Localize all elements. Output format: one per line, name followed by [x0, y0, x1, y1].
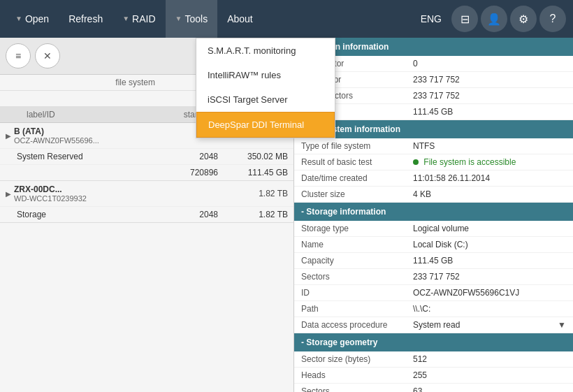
partition-row-2a[interactable]: Storage 2048 1.82 TB [0, 206, 293, 222]
language-selector[interactable]: ENG [412, 13, 450, 24]
gear-icon: ⚙ [518, 13, 528, 26]
storage-info-row-2: Capacity 111.45 GB [294, 253, 573, 269]
close-icon: ✕ [43, 50, 52, 61]
right-panel: - Partition information Start sector 0 E… [293, 38, 573, 392]
dropdown-arrow-icon: ▼ [558, 320, 566, 330]
partition-info-row-3: Capacity 111.45 GB [294, 104, 573, 120]
storage-info-header: - Storage information [294, 203, 573, 221]
storage-info-row-3: Sectors 233 717 752 [294, 269, 573, 285]
raid-arrow: ▼ [122, 0, 129, 38]
deepspar-ddi-item[interactable]: DeepSpar DDI Terminal [196, 112, 335, 138]
gear-icon-btn[interactable]: ⚙ [510, 6, 537, 32]
partition-info-row-2: Count sectors 233 717 752 [294, 88, 573, 104]
question-icon: ? [550, 13, 556, 25]
drive-expand-arrow-1: ▶ [6, 132, 11, 140]
partition-size-1b: 111.45 GB [218, 168, 288, 177]
drive-header-2[interactable]: ▶ ZRX-00DC... WD-WCC1T0239932 1.82 TB [0, 181, 293, 206]
fs-type-label: file system [6, 78, 162, 87]
tools-dropdown: S.M.A.R.T. monitoring IntelliRAW™ rules … [196, 38, 335, 138]
drive-expand-arrow-2: ▶ [6, 190, 11, 198]
monitor-icon-btn[interactable]: ⊟ [451, 6, 478, 32]
menu-tools[interactable]: ▼ Tools [166, 0, 218, 38]
storage-info-row-0: Storage type Logical volume [294, 221, 573, 237]
intelliraw-rules-item[interactable]: IntelliRAW™ rules [196, 63, 335, 87]
menu-refresh[interactable]: Refresh [59, 0, 113, 38]
geometry-row-2: Sectors 63 [294, 384, 573, 392]
partition-sector-1b: 720896 [148, 168, 218, 177]
storage-geometry-header: - Storage geometry [294, 333, 573, 351]
geometry-row-1: Heads 255 [294, 368, 573, 384]
open-arrow: ▼ [15, 0, 22, 38]
partition-sector-1a: 2048 [148, 152, 218, 161]
partition-sector-2a: 2048 [148, 210, 218, 219]
drive-group-2: ▶ ZRX-00DC... WD-WCC1T0239932 1.82 TB St… [0, 181, 293, 223]
menu-raid[interactable]: ▼ RAID [113, 0, 165, 38]
fs-info-row-1: Result of basic test File system is acce… [294, 154, 573, 170]
partition-name-1a: System Reserved [17, 152, 148, 161]
fs-info-header: - File system information [294, 120, 573, 138]
tools-arrow: ▼ [175, 0, 182, 38]
list-view-button[interactable]: ≡ [6, 43, 31, 68]
drive-id-2: WD-WCC1T0239932 [14, 194, 259, 203]
storage-info-row-1: Name Local Disk (C:) [294, 237, 573, 253]
menu-about[interactable]: About [217, 0, 263, 38]
smart-monitoring-item[interactable]: S.M.A.R.T. monitoring [196, 38, 335, 63]
fs-info-row-3: Cluster size 4 KB [294, 187, 573, 203]
partition-row-1b[interactable]: 720896 111.45 GB [0, 164, 293, 180]
status-dot-icon [413, 159, 419, 165]
close-button[interactable]: ✕ [35, 43, 60, 68]
user-icon: 👤 [487, 13, 501, 26]
iscsi-target-item[interactable]: iSCSI Target Server [196, 87, 335, 112]
menu-open[interactable]: ▼ Open [6, 0, 59, 38]
partition-size-1a: 350.02 MB [218, 152, 288, 161]
partition-info-row-1: End sector 233 717 752 [294, 72, 573, 88]
partition-info-row-0: Start sector 0 [294, 56, 573, 72]
geometry-row-0: Sector size (bytes) 512 [294, 351, 573, 368]
partition-name-2a: Storage [17, 210, 148, 219]
storage-info-row-4: ID OCZ-AWNZ0FW55696C1VJ [294, 285, 573, 301]
help-icon-btn[interactable]: ? [539, 6, 566, 32]
user-icon-btn[interactable]: 👤 [481, 6, 507, 32]
storage-info-row-5: Path \\.\C: [294, 301, 573, 317]
drive-label-2: ZRX-00DC... [14, 184, 259, 194]
drive-size-2: 1.82 TB [259, 189, 288, 198]
storage-info-row-6[interactable]: Data access procedure System read ▼ [294, 317, 573, 333]
partition-info-header: - Partition information [294, 38, 573, 56]
partition-size-2a: 1.82 TB [218, 210, 288, 219]
fs-info-row-0: Type of file system NTFS [294, 138, 573, 154]
monitor-icon: ⊟ [460, 13, 470, 26]
menu-bar: ▼ Open Refresh ▼ RAID ▼ Tools About ENG … [0, 0, 573, 38]
partition-row-1a[interactable]: System Reserved 2048 350.02 MB [0, 148, 293, 164]
col-label-header: label/ID [6, 110, 162, 119]
fs-info-row-2: Date/time created 11:01:58 26.11.2014 [294, 170, 573, 187]
list-icon: ≡ [15, 50, 21, 61]
